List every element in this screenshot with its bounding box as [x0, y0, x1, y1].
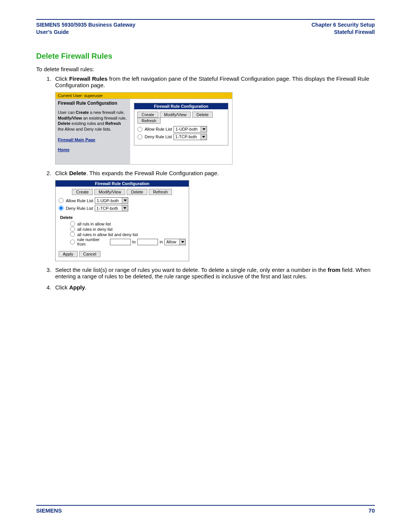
deny-list-select-1[interactable]: 1-TCP-both	[174, 134, 207, 140]
footer-brand: SIEMENS	[36, 507, 62, 514]
header-chapter: Chapter 6 Security Setup	[312, 21, 375, 29]
step-2: Click Delete. This expands the Firewall …	[53, 170, 375, 261]
section-title: Delete Firewall Rules	[36, 52, 375, 61]
footer-page-number: 70	[368, 507, 375, 514]
allow-list-select-2[interactable]: 1-UDP-both	[95, 197, 128, 204]
step-2-text-a: Click	[55, 170, 69, 176]
screenshot-2: Firewall Rule Configuration Create Modif…	[55, 180, 189, 261]
from-input[interactable]	[110, 239, 131, 245]
step-3: Select the rule list(s) or range of rule…	[53, 267, 375, 280]
apply-button[interactable]: Apply	[59, 251, 78, 257]
chevron-down-icon	[122, 198, 128, 203]
step-3-text-a: Select the rule list(s) or range of rule…	[55, 267, 328, 273]
deny-list-select-2[interactable]: 1-TCP-both	[95, 205, 128, 211]
delete-subheading: Delete	[60, 215, 186, 220]
step-2-bold: Delete	[69, 170, 86, 176]
refresh-button-2[interactable]: Refresh	[149, 189, 172, 195]
page-header: SIEMENS 5930/5935 Business Gateway User'…	[36, 21, 375, 36]
delete-opt-range-label: rule number from	[77, 237, 108, 246]
step-4-text-c: .	[85, 284, 86, 291]
header-guide: User's Guide	[36, 29, 135, 36]
page-footer: SIEMENS 70	[36, 505, 375, 514]
cancel-button[interactable]: Cancel	[79, 251, 100, 257]
panel-title-2: Firewall Rule Configuration	[56, 181, 189, 187]
to-input[interactable]	[137, 239, 158, 245]
header-rule	[36, 19, 375, 20]
delete-button[interactable]: Delete	[192, 112, 213, 118]
delete-button-2[interactable]: Delete	[127, 189, 147, 195]
step-1: Click Firewall Rules from the left navig…	[53, 75, 375, 165]
step-4-text-a: Click	[55, 284, 69, 291]
current-user-bar: Current User: superuser	[55, 92, 233, 99]
create-button-2[interactable]: Create	[72, 189, 93, 195]
sidebar-desc: User can Create a new firewall rule, Mod…	[58, 110, 128, 132]
deny-list-label-2: Deny Rule List	[66, 206, 93, 211]
deny-list-radio-2[interactable]	[59, 206, 64, 211]
allow-list-select-1[interactable]: 1-UDP-both	[174, 126, 207, 133]
link-home[interactable]: Home	[58, 147, 128, 152]
deny-list-radio-1[interactable]	[137, 134, 142, 139]
delete-opt-allow-label: all ruls in allow list	[77, 222, 111, 226]
delete-opt-range[interactable]	[70, 240, 75, 244]
panel-firewall-config-1: Firewall Rule Configuration Create Modif…	[134, 103, 228, 145]
create-button[interactable]: Create	[137, 112, 158, 118]
step-4-bold: Apply	[69, 284, 85, 291]
step-4: Click Apply.	[53, 284, 375, 291]
step-2-text-c: . This expands the Firewall Rule Configu…	[86, 170, 219, 176]
refresh-button[interactable]: Refresh	[137, 118, 161, 124]
step-1-bold: Firewall Rules	[69, 75, 108, 82]
step-1-text-a: Click	[55, 75, 69, 82]
header-product: SIEMENS 5930/5935 Business Gateway	[36, 21, 135, 29]
sidebar: Firewall Rule Configuration User can Cre…	[56, 99, 130, 164]
chevron-down-icon	[201, 126, 207, 132]
sidebar-title: Firewall Rule Configuration	[58, 101, 128, 106]
allow-list-label-2: Allow Rule List	[66, 198, 93, 203]
range-in-label: in	[159, 240, 163, 244]
modify-view-button[interactable]: Modify/View	[160, 112, 191, 118]
footer-rule	[36, 505, 375, 506]
panel-title-1: Firewall Rule Configuration	[134, 103, 228, 109]
allow-list-radio-2[interactable]	[59, 198, 64, 203]
chevron-down-icon	[179, 239, 185, 245]
chevron-down-icon	[201, 134, 207, 140]
screenshot-1: Current User: superuser Firewall Rule Co…	[55, 92, 233, 165]
delete-opt-both[interactable]	[70, 232, 75, 237]
allow-list-label-1: Allow Rule List	[145, 127, 172, 131]
delete-opt-allow[interactable]	[70, 221, 75, 226]
delete-opt-both-label: all rules in allow list and deny list	[77, 232, 138, 237]
range-to-label: to	[132, 240, 136, 244]
range-list-select[interactable]: Allow	[164, 239, 186, 245]
link-firewall-main[interactable]: Firewall Main Page	[58, 137, 128, 142]
delete-opt-deny-label: all rules in deny list	[77, 227, 113, 232]
modify-view-button-2[interactable]: Modify/View	[94, 189, 125, 195]
step-3-bold: from	[328, 267, 340, 273]
panel-firewall-config-2: Firewall Rule Configuration Create Modif…	[55, 180, 189, 261]
delete-opt-deny[interactable]	[70, 227, 75, 232]
header-subsection: Stateful Firewall	[312, 29, 375, 36]
allow-list-radio-1[interactable]	[137, 127, 142, 132]
deny-list-label-1: Deny Rule List	[145, 134, 172, 139]
chevron-down-icon	[122, 205, 128, 211]
intro-text: To delete firewall rules:	[36, 66, 375, 72]
